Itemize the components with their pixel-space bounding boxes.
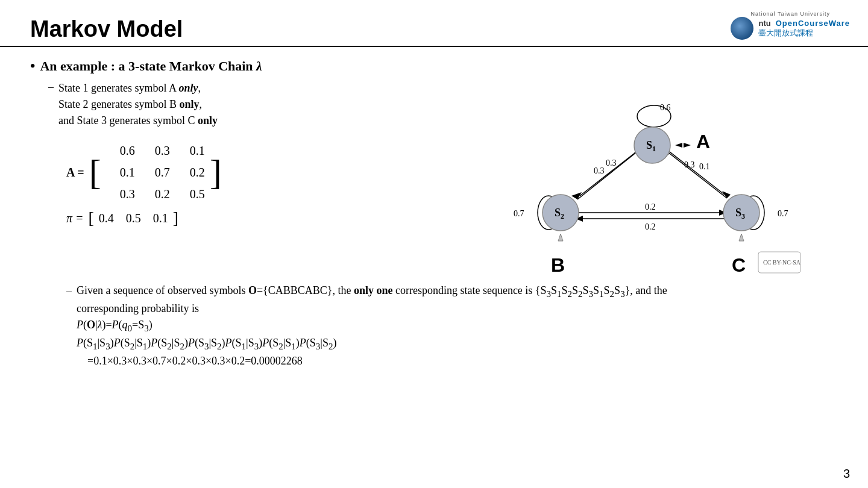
chinese-label: 臺大開放式課程 (758, 28, 850, 39)
matrix-grid: 0.6 0.3 0.1 0.1 0.7 0.2 0.3 0.2 0.5 (106, 141, 205, 204)
prob-s2-s1: 0.3 (606, 158, 617, 167)
s1-to-a-arrow2 (684, 143, 691, 148)
pi-label: π = (66, 211, 84, 225)
pi-bracket-left: [ (89, 210, 94, 227)
dash-item-2: – Given a sequence of observed symbols O… (66, 283, 838, 369)
c-label: C (732, 254, 746, 276)
logo-row: ntu OpenCourseWare 臺大開放式課程 (731, 17, 850, 40)
logo-text-block: ntu OpenCourseWare 臺大開放式課程 (758, 19, 850, 39)
university-name: National Taiwan University (751, 11, 830, 17)
m00: 0.6 (106, 141, 135, 160)
matrix-area: A = [ 0.6 0.3 0.1 0.1 0.7 0.2 0.3 0.2 0.… (66, 141, 440, 227)
ntu-label: ntu (758, 19, 770, 28)
prob-s1-s3: 0.1 (699, 162, 710, 171)
pi-equation: π = [ 0.4 0.5 0.1 ] (66, 210, 440, 227)
page-title: Markov Model (30, 16, 183, 42)
s1-to-a-arrow1 (675, 143, 682, 148)
m02: 0.1 (176, 141, 205, 160)
prob-s3-s1: 0.3 (684, 160, 695, 169)
prob-s2-self: 0.7 (514, 209, 524, 218)
s1-to-s3-line (667, 151, 727, 198)
sub-content: – State 1 generates symbol A only, State… (30, 80, 838, 285)
m22: 0.5 (176, 184, 205, 204)
m20: 0.3 (106, 184, 135, 204)
dash-symbol-2: – (66, 283, 72, 369)
main-content: • An example : a 3-state Markov Chain λ … (0, 47, 868, 380)
bullet-text: An example : a 3-state Markov Chain λ (40, 58, 262, 74)
logo: National Taiwan University ntu OpenCours… (731, 11, 850, 40)
s1-to-s3-arrow (722, 191, 731, 198)
header: Markov Model National Taiwan University … (0, 0, 868, 47)
logo-circle-icon (731, 17, 753, 40)
m12: 0.2 (176, 163, 205, 182)
prob-s2-s3: 0.2 (645, 202, 656, 211)
markov-diagram: 0.6 0.7 0.7 0.3 0.3 0.1 (440, 80, 838, 285)
s2-to-b-arrow (558, 234, 563, 241)
diagram-panel: 0.6 0.7 0.7 0.3 0.3 0.1 (440, 80, 838, 285)
pi-bracket-right: ] (173, 210, 178, 227)
matrix-label: A = (66, 166, 84, 180)
prob-s1-self: 0.6 (660, 103, 671, 112)
prob-s3-self: 0.7 (778, 209, 788, 218)
pi-values: 0.4 0.5 0.1 (99, 211, 168, 225)
left-panel: – State 1 generates symbol A only, State… (30, 80, 440, 285)
prob-s1-s2: 0.3 (594, 166, 605, 175)
cc-license-text: CC BY-NC-SA (763, 259, 801, 266)
matrix-equation: A = [ 0.6 0.3 0.1 0.1 0.7 0.2 0.3 0.2 0.… (66, 141, 440, 204)
m01: 0.3 (141, 141, 170, 160)
dash-text-1: State 1 generates symbol A only, State 2… (58, 80, 218, 129)
m11: 0.7 (141, 163, 170, 182)
dash-symbol-1: – (48, 81, 54, 129)
m21: 0.2 (141, 184, 170, 204)
a-label: A (696, 131, 710, 152)
page-number: 3 (843, 467, 850, 481)
prob-s3-s2: 0.2 (645, 222, 656, 231)
matrix-bracket-left: [ (89, 154, 101, 190)
s3-to-c-arrow (739, 234, 744, 241)
bottom-section: – Given a sequence of observed symbols O… (48, 283, 838, 369)
bullet-symbol: • (30, 58, 35, 74)
s3-to-s1-line (664, 148, 725, 195)
main-bullet: • An example : a 3-state Markov Chain λ (30, 58, 838, 74)
b-label: B (551, 254, 565, 276)
matrix-bracket-right: ] (210, 154, 222, 190)
m10: 0.1 (106, 163, 135, 182)
ocw-label: OpenCourseWare (776, 19, 850, 28)
dash-item-1: – State 1 generates symbol A only, State… (48, 80, 440, 129)
dash-text-2: Given a sequence of observed symbols O={… (77, 283, 667, 369)
s2-to-s1-line (580, 149, 640, 196)
